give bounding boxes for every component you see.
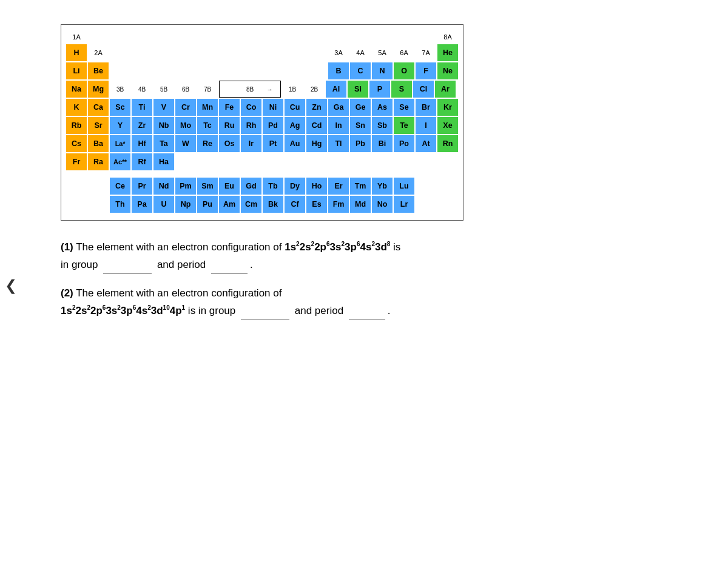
element-Yb[interactable]: Yb [372, 178, 393, 195]
element-Nd[interactable]: Nd [153, 178, 174, 195]
element-Tc[interactable]: Tc [197, 117, 218, 134]
element-Ra[interactable]: Ra [88, 153, 109, 170]
element-Pr[interactable]: Pr [132, 178, 152, 195]
element-P[interactable]: P [369, 81, 390, 98]
element-Ba[interactable]: Ba [88, 135, 109, 152]
element-Np[interactable]: Np [175, 196, 196, 213]
q1-period-input[interactable] [211, 259, 248, 274]
element-Dy[interactable]: Dy [285, 178, 305, 195]
element-Po[interactable]: Po [394, 135, 414, 152]
element-Pm[interactable]: Pm [175, 178, 196, 195]
q2-period-input[interactable] [349, 306, 385, 320]
element-As[interactable]: As [372, 99, 393, 116]
element-Co[interactable]: Co [241, 99, 261, 116]
element-Cl[interactable]: Cl [413, 81, 434, 98]
element-Nb[interactable]: Nb [153, 117, 174, 134]
element-Na[interactable]: Na [66, 81, 87, 98]
element-Cd[interactable]: Cd [306, 117, 327, 134]
element-Rb[interactable]: Rb [66, 117, 87, 134]
element-Tm[interactable]: Tm [350, 178, 371, 195]
element-Os[interactable]: Os [219, 135, 240, 152]
element-Ge[interactable]: Ge [350, 99, 371, 116]
element-Te[interactable]: Te [394, 117, 414, 134]
element-Re[interactable]: Re [197, 135, 218, 152]
element-Fm[interactable]: Fm [328, 196, 349, 213]
element-I[interactable]: I [416, 117, 436, 134]
q2-group-input[interactable] [241, 306, 289, 320]
element-Ca[interactable]: Ca [88, 99, 109, 116]
element-Pb[interactable]: Pb [350, 135, 371, 152]
element-Er[interactable]: Er [328, 178, 349, 195]
element-Zr[interactable]: Zr [132, 117, 152, 134]
element-Y[interactable]: Y [110, 117, 130, 134]
element-Cm[interactable]: Cm [241, 196, 261, 213]
element-Pd[interactable]: Pd [263, 117, 283, 134]
element-Br[interactable]: Br [416, 99, 436, 116]
element-Ti[interactable]: Ti [132, 99, 152, 116]
element-Kr[interactable]: Kr [437, 99, 458, 116]
element-In[interactable]: In [328, 117, 349, 134]
element-Ac[interactable]: Ac** [110, 153, 130, 170]
element-Rf[interactable]: Rf [132, 153, 152, 170]
left-arrow[interactable]: ❮ [5, 277, 17, 294]
element-C[interactable]: C [350, 62, 371, 79]
element-Si[interactable]: Si [348, 81, 368, 98]
element-Am[interactable]: Am [219, 196, 240, 213]
element-Bi[interactable]: Bi [372, 135, 393, 152]
element-F[interactable]: F [416, 62, 436, 79]
element-Md[interactable]: Md [350, 196, 371, 213]
q1-group-input[interactable] [103, 259, 152, 274]
element-Es[interactable]: Es [306, 196, 327, 213]
element-Ce[interactable]: Ce [110, 178, 130, 195]
element-W[interactable]: W [175, 135, 196, 152]
element-N[interactable]: N [372, 62, 393, 79]
element-Ga[interactable]: Ga [328, 99, 349, 116]
element-Lu[interactable]: Lu [394, 178, 414, 195]
element-Ho[interactable]: Ho [306, 178, 327, 195]
element-U[interactable]: U [153, 196, 174, 213]
element-Eu[interactable]: Eu [219, 178, 240, 195]
element-Cf[interactable]: Cf [285, 196, 305, 213]
element-He[interactable]: He [437, 44, 458, 61]
element-At[interactable]: At [416, 135, 436, 152]
element-Ag[interactable]: Ag [285, 117, 305, 134]
element-Rh[interactable]: Rh [241, 117, 261, 134]
element-Sn[interactable]: Sn [350, 117, 371, 134]
element-Li[interactable]: Li [66, 62, 87, 79]
element-Ne[interactable]: Ne [437, 62, 458, 79]
element-O[interactable]: O [394, 62, 414, 79]
element-Mn[interactable]: Mn [197, 99, 218, 116]
element-Sr[interactable]: Sr [88, 117, 109, 134]
element-Zn[interactable]: Zn [306, 99, 327, 116]
element-Hf[interactable]: Hf [132, 135, 152, 152]
element-Mo[interactable]: Mo [175, 117, 196, 134]
element-Fe[interactable]: Fe [219, 99, 240, 116]
element-Sc[interactable]: Sc [110, 99, 130, 116]
element-Ha[interactable]: Ha [153, 153, 174, 170]
element-Sm[interactable]: Sm [197, 178, 218, 195]
element-Rn[interactable]: Rn [437, 135, 458, 152]
element-B[interactable]: B [328, 62, 349, 79]
element-Ru[interactable]: Ru [219, 117, 240, 134]
element-Fr[interactable]: Fr [66, 153, 87, 170]
element-V[interactable]: V [153, 99, 174, 116]
element-Se[interactable]: Se [394, 99, 414, 116]
element-Bk[interactable]: Bk [263, 196, 283, 213]
element-Th[interactable]: Th [110, 196, 130, 213]
element-Xe[interactable]: Xe [437, 117, 458, 134]
element-Ta[interactable]: Ta [153, 135, 174, 152]
element-La[interactable]: La* [110, 135, 130, 152]
element-H[interactable]: H [66, 44, 87, 61]
element-Mg[interactable]: Mg [88, 81, 109, 98]
element-Tb[interactable]: Tb [263, 178, 283, 195]
element-Cs[interactable]: Cs [66, 135, 87, 152]
element-Al[interactable]: Al [326, 81, 346, 98]
element-Ni[interactable]: Ni [263, 99, 283, 116]
element-S[interactable]: S [391, 81, 412, 98]
element-Pu[interactable]: Pu [197, 196, 218, 213]
element-No[interactable]: No [372, 196, 393, 213]
element-Be[interactable]: Be [88, 62, 109, 79]
element-Cr[interactable]: Cr [175, 99, 196, 116]
element-Gd[interactable]: Gd [241, 178, 261, 195]
element-Pa[interactable]: Pa [132, 196, 152, 213]
